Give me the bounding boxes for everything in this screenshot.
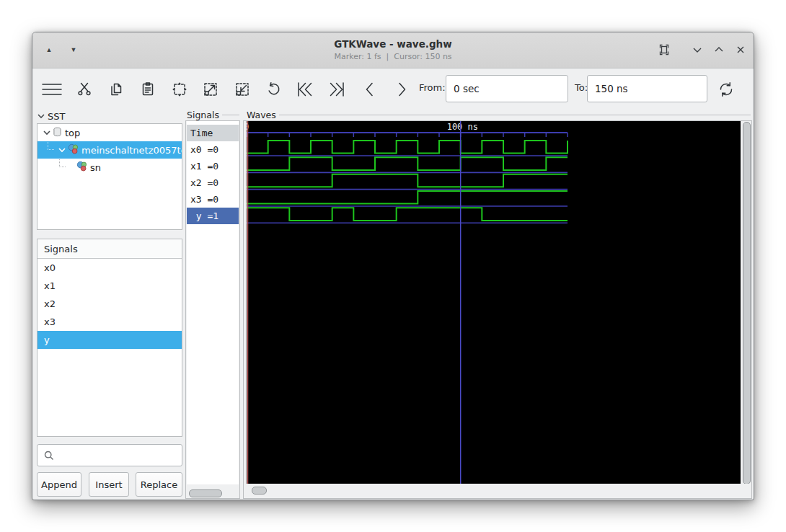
signal-browser-item-x0[interactable]: x0 <box>37 259 182 277</box>
undo-button[interactable] <box>260 76 286 102</box>
waves-frame-header: Waves <box>247 110 751 120</box>
sst-tree: top meinschaltnetz0057testb sn <box>37 123 182 230</box>
signal-values-list: Timex0 =0x1 =0x2 =0x3 =0 y =1 <box>187 121 239 484</box>
signal-browser-item-x2[interactable]: x2 <box>37 295 182 313</box>
minimize-button[interactable] <box>686 39 708 61</box>
zoom-in-button[interactable] <box>198 76 224 102</box>
maximize-button[interactable] <box>708 39 730 61</box>
signal-browser-item-x1[interactable]: x1 <box>37 277 182 295</box>
values-panel: Timex0 =0x1 =0x2 =0x3 =0 y =1 <box>185 120 240 499</box>
values-frame-label: Signals <box>187 110 219 120</box>
shift-right-button[interactable] <box>389 76 415 102</box>
next-edge-button[interactable] <box>324 76 350 102</box>
sst-header[interactable]: SST <box>37 110 65 122</box>
cut-button[interactable] <box>71 76 97 102</box>
from-input[interactable] <box>446 75 568 102</box>
sst-label: SST <box>48 111 65 122</box>
reload-button[interactable] <box>713 76 739 102</box>
waves-panel: 0100 ns <box>243 120 752 499</box>
tree-item-label: meinschaltnetz0057testb <box>81 145 182 156</box>
wave-trace-x2 <box>247 174 568 187</box>
signal-value-row[interactable]: x2 =0 <box>187 174 239 191</box>
hamburger-menu-icon <box>41 81 63 97</box>
append-button[interactable]: Append <box>37 472 81 497</box>
expander-down-icon[interactable] <box>58 146 66 154</box>
skip-to-start-icon <box>296 80 314 99</box>
waves-hscrollbar <box>244 484 751 497</box>
chevron-left-icon <box>361 80 379 99</box>
frame-line <box>279 115 751 115</box>
fullscreen-button[interactable] <box>653 39 675 61</box>
undo-icon <box>265 81 282 98</box>
prev-edge-button[interactable] <box>292 76 318 102</box>
module-icon <box>76 161 87 174</box>
signal-browser-header[interactable]: Signals <box>37 239 182 259</box>
tree-item-label: top <box>65 128 80 138</box>
signal-browser-list: x0x1x2x3y <box>37 259 182 349</box>
tree-item-module[interactable]: meinschaltnetz0057testb <box>37 141 182 159</box>
zoom-fit-button[interactable] <box>167 76 193 102</box>
tree-connector <box>48 141 54 150</box>
reload-icon <box>717 80 736 99</box>
signal-browser-item-x3[interactable]: x3 <box>37 313 182 331</box>
replace-button[interactable]: Replace <box>136 472 182 497</box>
zoom-out-icon <box>234 81 251 98</box>
chevron-down-icon <box>692 44 703 56</box>
hierarchy-icon <box>53 127 62 139</box>
zoom-fit-icon <box>171 81 188 98</box>
waveform-canvas[interactable]: 0100 ns <box>247 121 741 485</box>
copy-button[interactable] <box>103 76 129 102</box>
window-title: GTKWave - wave.ghw <box>32 38 754 50</box>
svg-text:100 ns: 100 ns <box>447 122 478 132</box>
waves-vscrollbar-thumb[interactable] <box>743 122 751 484</box>
time-header-cell[interactable]: Time <box>187 125 239 141</box>
close-button[interactable] <box>730 39 751 61</box>
tree-connector <box>59 159 66 167</box>
zoom-in-icon <box>202 81 219 98</box>
signal-value-row[interactable]: x3 =0 <box>187 191 239 208</box>
titlebar[interactable]: ▲ ▼ GTKWave - wave.ghw Marker: 1 fs | Cu… <box>32 32 754 68</box>
waveform-plot: 0100 ns <box>247 121 741 485</box>
tree-item-label: sn <box>90 162 101 173</box>
values-hscrollbar-thumb[interactable] <box>189 489 222 497</box>
clipboard-icon <box>139 81 156 98</box>
signal-value-row[interactable]: x1 =0 <box>187 158 239 174</box>
signal-value-row[interactable]: x0 =0 <box>187 141 239 158</box>
scissors-icon <box>76 81 93 98</box>
signal-value-row[interactable]: y =1 <box>187 208 239 224</box>
tree-item-top[interactable]: top <box>37 124 182 141</box>
toolbar: From: To: <box>32 69 754 109</box>
chevron-up-icon <box>713 44 725 56</box>
chevron-right-icon <box>392 80 411 99</box>
waves-hscrollbar-thumb[interactable] <box>252 487 267 495</box>
shift-left-button[interactable] <box>357 76 383 102</box>
wave-trace-x1 <box>247 157 568 170</box>
menu-button[interactable] <box>39 76 65 102</box>
to-input[interactable] <box>587 75 707 102</box>
close-icon <box>735 44 746 56</box>
zoom-out-button[interactable] <box>229 76 255 102</box>
from-label: From: <box>419 82 446 93</box>
paste-button[interactable] <box>135 76 161 102</box>
expander-down-icon <box>37 112 45 120</box>
values-frame-header: Signals <box>187 110 239 120</box>
frame-line <box>222 115 239 115</box>
gtkwave-window: ▲ ▼ GTKWave - wave.ghw Marker: 1 fs | Cu… <box>32 32 754 500</box>
wave-trace-x0 <box>247 141 568 154</box>
to-label: To: <box>575 82 588 93</box>
expander-down-icon[interactable] <box>43 128 51 137</box>
marker-cursor-status: Marker: 1 fs | Cursor: 150 ns <box>32 52 754 61</box>
signal-browser: Signals x0x1x2x3y <box>37 239 182 437</box>
copy-icon <box>107 81 125 98</box>
wave-trace-x3 <box>247 191 568 204</box>
signal-browser-item-y[interactable]: y <box>37 331 182 349</box>
search-icon <box>43 450 55 461</box>
insert-button[interactable]: Insert <box>89 472 129 497</box>
signal-search[interactable] <box>37 444 182 466</box>
module-icon <box>68 143 79 156</box>
waves-frame-label: Waves <box>247 110 276 120</box>
wave-trace-y <box>247 208 568 221</box>
tree-item-sn[interactable]: sn <box>37 159 182 176</box>
fullscreen-icon <box>658 43 671 56</box>
skip-to-end-icon <box>327 80 346 99</box>
